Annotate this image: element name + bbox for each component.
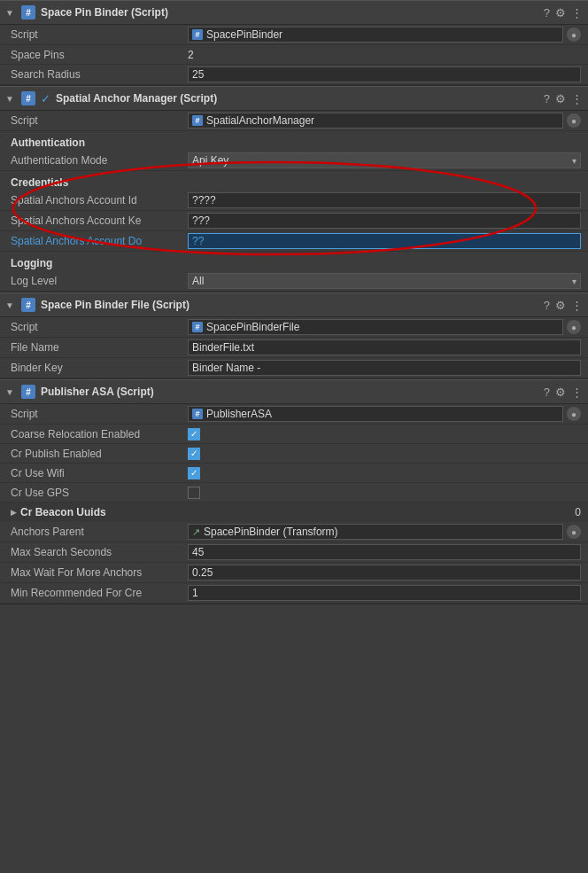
spatial-anchor-manager-panel: ▼ # ✓ Spatial Anchor Manager (Script) ? … bbox=[0, 86, 588, 292]
max-wait-input[interactable] bbox=[188, 565, 581, 581]
auth-mode-select[interactable]: Api Key ▾ bbox=[188, 152, 581, 168]
publisher-asa-panel: ▼ # Publisher ASA (Script) ? ⚙ ⋮ Script … bbox=[0, 379, 588, 604]
space-pin-binder-title: Space Pin Binder (Script) bbox=[41, 6, 538, 19]
space-pins-value: 2 bbox=[188, 49, 581, 61]
file-name-row: File Name bbox=[0, 338, 588, 358]
sam-script-name: SpatialAnchorManager bbox=[206, 114, 314, 127]
space-pins-row: Space Pins 2 bbox=[0, 45, 588, 65]
min-recommended-input[interactable] bbox=[188, 585, 581, 601]
auth-section-label: Authentication bbox=[0, 131, 588, 151]
account-domain-input[interactable] bbox=[188, 233, 581, 249]
spatial-anchor-manager-header[interactable]: ▼ # ✓ Spatial Anchor Manager (Script) ? … bbox=[0, 86, 588, 111]
cr-gps-checkbox[interactable] bbox=[188, 487, 200, 499]
hash-icon-2: # bbox=[21, 91, 35, 105]
header-icons: ? ⚙ ⋮ bbox=[544, 6, 583, 19]
spbf-script-row: Script # SpacePinBinderFile ● bbox=[0, 317, 588, 338]
chevron-down-icon: ▼ bbox=[5, 8, 14, 18]
account-key-label: Spatial Anchors Account Ke bbox=[11, 214, 188, 227]
sam-script-row: Script # SpatialAnchorManager ● bbox=[0, 111, 588, 131]
settings-icon-4[interactable]: ⚙ bbox=[555, 386, 566, 399]
cr-wifi-label: Cr Use Wifi bbox=[11, 467, 188, 479]
spbf-script-select-btn[interactable]: ● bbox=[567, 320, 581, 334]
space-pin-binder-header[interactable]: ▼ # Space Pin Binder (Script) ? ⚙ ⋮ bbox=[0, 0, 588, 25]
coarse-relocation-row: Coarse Relocation Enabled ✓ bbox=[0, 425, 588, 444]
help-icon-2[interactable]: ? bbox=[544, 92, 550, 105]
cr-publish-checkbox[interactable]: ✓ bbox=[188, 448, 200, 460]
log-level-select[interactable]: All ▾ bbox=[188, 273, 581, 289]
spatial-anchor-manager-title: Spatial Anchor Manager (Script) bbox=[56, 92, 538, 105]
sam-script-field: # SpatialAnchorManager bbox=[188, 113, 563, 129]
header-icons-3: ? ⚙ ⋮ bbox=[544, 299, 583, 312]
check-icon-3: ✓ bbox=[190, 468, 197, 478]
anchors-parent-row: Anchors Parent ↗ SpacePinBinder (Transfo… bbox=[0, 522, 588, 542]
asa-script-hash-icon: # bbox=[192, 409, 203, 419]
auth-mode-label: Authentication Mode bbox=[11, 154, 188, 167]
cr-wifi-row: Cr Use Wifi ✓ bbox=[0, 464, 588, 483]
script-label: Script bbox=[11, 28, 188, 41]
space-pin-binder-panel: ▼ # Space Pin Binder (Script) ? ⚙ ⋮ Scri… bbox=[0, 0, 588, 86]
asa-script-select-btn[interactable]: ● bbox=[567, 407, 581, 421]
more-icon-2[interactable]: ⋮ bbox=[571, 92, 583, 105]
header-icons-4: ? ⚙ ⋮ bbox=[544, 386, 583, 399]
more-icon-4[interactable]: ⋮ bbox=[571, 386, 583, 399]
sam-script-select-btn[interactable]: ● bbox=[567, 113, 581, 128]
spbf-script-name: SpacePinBinderFile bbox=[206, 321, 299, 333]
max-search-seconds-label: Max Search Seconds bbox=[11, 546, 188, 558]
space-pins-label: Space Pins bbox=[11, 49, 188, 61]
search-radius-input[interactable] bbox=[188, 66, 581, 82]
log-level-label: Log Level bbox=[11, 275, 188, 287]
help-icon[interactable]: ? bbox=[544, 6, 550, 19]
transform-icon: ↗ bbox=[192, 526, 200, 538]
anchors-parent-value: SpacePinBinder (Transform) bbox=[204, 526, 338, 538]
asa-script-label: Script bbox=[11, 408, 188, 420]
script-field: # SpacePinBinder bbox=[188, 27, 563, 43]
anchors-parent-select-btn[interactable]: ● bbox=[567, 525, 581, 539]
cr-gps-label: Cr Use GPS bbox=[11, 487, 188, 499]
file-name-input[interactable] bbox=[188, 339, 581, 355]
publisher-asa-header[interactable]: ▼ # Publisher ASA (Script) ? ⚙ ⋮ bbox=[0, 379, 588, 404]
log-level-value: All bbox=[192, 275, 204, 287]
script-select-btn[interactable]: ● bbox=[567, 27, 581, 42]
check-icon: ✓ bbox=[190, 429, 197, 439]
settings-icon-3[interactable]: ⚙ bbox=[555, 299, 566, 312]
credentials-section-label: Credentials bbox=[0, 171, 588, 191]
cr-beacon-label: Cr Beacon Uuids bbox=[20, 506, 575, 518]
account-id-label: Spatial Anchors Account Id bbox=[11, 194, 188, 207]
help-icon-4[interactable]: ? bbox=[544, 386, 550, 399]
enabled-check[interactable]: ✓ bbox=[41, 92, 50, 105]
account-key-input[interactable] bbox=[188, 213, 581, 229]
more-icon-3[interactable]: ⋮ bbox=[571, 299, 583, 312]
asa-script-field: # PublisherASA bbox=[188, 406, 563, 422]
account-id-input[interactable] bbox=[188, 192, 581, 208]
chevron-down-icon-4: ▼ bbox=[5, 387, 14, 397]
hash-icon: # bbox=[21, 5, 35, 19]
settings-icon-2[interactable]: ⚙ bbox=[555, 92, 566, 105]
settings-icon[interactable]: ⚙ bbox=[555, 6, 566, 19]
hash-icon-3: # bbox=[21, 298, 35, 312]
auth-mode-row: Authentication Mode Api Key ▾ bbox=[0, 151, 588, 171]
coarse-relocation-checkbox[interactable]: ✓ bbox=[188, 428, 200, 440]
min-recommended-row: Min Recommended For Cre bbox=[0, 583, 588, 604]
coarse-relocation-label: Coarse Relocation Enabled bbox=[11, 428, 188, 440]
help-icon-3[interactable]: ? bbox=[544, 299, 550, 312]
asa-script-row: Script # PublisherASA ● bbox=[0, 404, 588, 425]
anchors-parent-label: Anchors Parent bbox=[11, 526, 188, 538]
hash-icon-4: # bbox=[21, 385, 35, 399]
max-wait-row: Max Wait For More Anchors bbox=[0, 563, 588, 583]
binder-key-row: Binder Key bbox=[0, 358, 588, 378]
spbf-script-field: # SpacePinBinderFile bbox=[188, 319, 563, 335]
cr-wifi-checkbox[interactable]: ✓ bbox=[188, 467, 200, 479]
log-level-row: Log Level All ▾ bbox=[0, 271, 588, 292]
file-name-label: File Name bbox=[11, 341, 188, 354]
max-search-seconds-input[interactable] bbox=[188, 544, 581, 560]
binder-key-input[interactable] bbox=[188, 360, 581, 376]
account-key-row: Spatial Anchors Account Ke bbox=[0, 211, 588, 231]
account-domain-label: Spatial Anchors Account Do bbox=[11, 235, 188, 247]
publisher-asa-title: Publisher ASA (Script) bbox=[41, 386, 538, 398]
more-icon[interactable]: ⋮ bbox=[571, 6, 583, 19]
space-pin-binder-file-header[interactable]: ▼ # Space Pin Binder File (Script) ? ⚙ ⋮ bbox=[0, 292, 588, 317]
header-icons-2: ? ⚙ ⋮ bbox=[544, 92, 583, 105]
check-icon-2: ✓ bbox=[190, 448, 197, 458]
cr-beacon-value: 0 bbox=[575, 506, 581, 518]
auth-mode-value: Api Key bbox=[192, 154, 228, 167]
